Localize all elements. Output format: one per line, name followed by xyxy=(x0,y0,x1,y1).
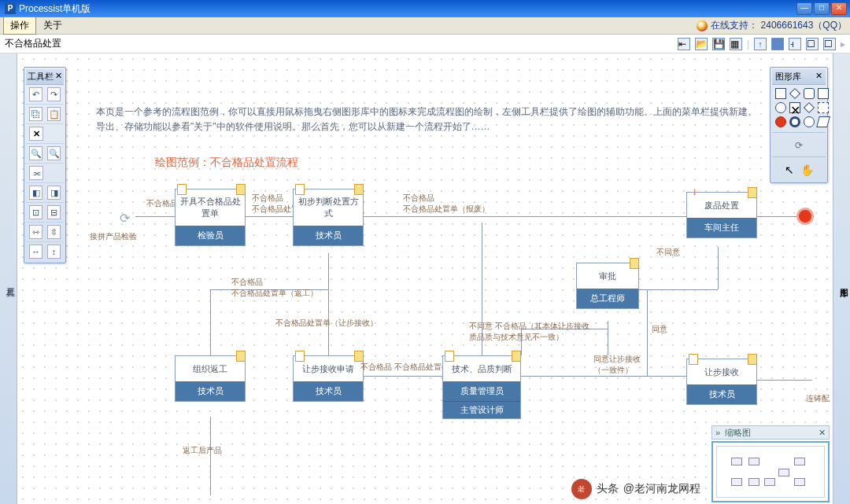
node-title: 组织返工 xyxy=(176,356,245,381)
alignl-icon[interactable]: ◧ xyxy=(29,186,42,200)
node-role-2: 主管设计师 xyxy=(443,401,520,418)
panel1-icon[interactable]: ☐ xyxy=(806,38,819,50)
window-title: Processist单机版 xyxy=(19,2,91,16)
edge-label-9: 同意 xyxy=(652,324,667,335)
pointer-icon[interactable]: ↖ xyxy=(785,164,794,176)
hand-icon[interactable]: ✋ xyxy=(800,164,814,176)
shape-cross-icon[interactable]: ✕ xyxy=(789,102,800,113)
align-icon[interactable]: ⫞ xyxy=(789,38,801,50)
app-icon: P xyxy=(5,3,16,14)
node-role: 车间主任 xyxy=(687,218,756,237)
node-role: 质量管理员 xyxy=(443,381,520,401)
zoomin-icon[interactable]: 🔍 xyxy=(29,146,42,160)
edge-label-4: 不合格品 不合格品处置单（返工） xyxy=(231,277,318,299)
shapelib-close-icon[interactable]: ✕ xyxy=(815,71,822,83)
minimize-button[interactable]: — xyxy=(796,2,812,15)
node-title: 技术、品质判断 xyxy=(443,356,520,381)
shape-text-icon[interactable] xyxy=(818,102,829,113)
tag-icon xyxy=(445,351,454,362)
import-icon[interactable]: ⇤ xyxy=(678,38,690,50)
tag-icon xyxy=(177,184,187,195)
node-scrap[interactable]: ↓ 废品处置 车间主任 xyxy=(686,192,757,238)
node-role: 技术员 xyxy=(294,381,363,401)
paste-icon[interactable]: 📋 xyxy=(47,107,61,121)
maximize-button[interactable]: □ xyxy=(814,2,830,15)
toolbox-close-icon[interactable]: ✕ xyxy=(55,71,62,83)
toolbox-panel[interactable]: 工具栏✕ ↶↷ ⿻📋 ✕ 🔍🔍 ⫘ ◧◨ ⊡⊟ ⇿⇳ ↔↕ xyxy=(24,67,66,263)
shapelib-panel[interactable]: 图形库✕ ✕ ⟳ ↖ ✋ xyxy=(770,67,828,183)
alignt-icon[interactable]: ⊡ xyxy=(29,205,42,219)
minimap-header[interactable]: » 缩略图 ✕ xyxy=(711,425,830,440)
open-icon[interactable]: 📂 xyxy=(695,38,708,50)
shape-rect2-icon[interactable] xyxy=(804,88,815,99)
link-shape-icon[interactable]: ⟳ xyxy=(795,140,803,151)
menu-operate[interactable]: 操作 xyxy=(3,17,36,35)
online-support-link[interactable]: 在线支持： 2406661643（QQ） xyxy=(697,19,847,32)
minimap[interactable] xyxy=(711,441,830,502)
node-tech-quality[interactable]: 技术、品质判断 质量管理员 主管设计师 xyxy=(442,355,521,419)
shape-diamond2-icon[interactable] xyxy=(804,102,815,113)
node-role: 技术员 xyxy=(176,381,245,401)
menu-about[interactable]: 关于 xyxy=(36,17,69,35)
edge-label-3: 不合格品 不合格品处置单（报废） xyxy=(403,193,490,215)
tag-icon xyxy=(748,354,757,365)
node-open-defect-form[interactable]: 开具不合格品处置单 检验员 xyxy=(175,189,246,246)
down-arrow-icon: ↓ xyxy=(692,185,703,196)
edge-label-8: 同意让步接收 （一致件） xyxy=(593,354,641,376)
delete-icon[interactable]: ✕ xyxy=(29,127,43,141)
tag-icon xyxy=(236,184,246,195)
sizeh-icon[interactable]: ↕ xyxy=(47,245,61,259)
shape-circle-icon[interactable] xyxy=(775,102,786,113)
left-tabs: 工具栏 流程信息 xyxy=(0,53,17,504)
shape-stop-icon[interactable] xyxy=(775,116,786,127)
tag-icon xyxy=(295,184,305,195)
edge-label-10: 不同意 xyxy=(656,247,680,258)
move-up-icon[interactable] xyxy=(754,38,767,50)
tag-icon xyxy=(295,351,305,362)
document-toolbar: 不合格品处置 ⇤ 📂 💾 ▦ | ⫞ ☐ ☐ ▸ xyxy=(0,35,850,53)
node-concession-accept[interactable]: 让步接收 技术员 xyxy=(686,359,757,405)
grid-icon[interactable]: ▦ xyxy=(730,38,742,50)
distv-icon[interactable]: ⇳ xyxy=(47,225,61,239)
intro-text: 本页是一个参考的流程图范例，你可以直接用鼠标拖曳右侧图形库中的图标来完成流程图的… xyxy=(96,105,763,134)
tag-icon xyxy=(689,354,698,365)
shape-doc-icon[interactable] xyxy=(818,88,829,99)
connect-icon[interactable]: ⫘ xyxy=(29,166,43,180)
undo-icon[interactable]: ↶ xyxy=(29,87,42,101)
node-approval[interactable]: 审批 总工程师 xyxy=(576,263,639,309)
redo-icon[interactable]: ↷ xyxy=(47,87,61,101)
end-node-icon[interactable] xyxy=(796,208,814,225)
node-role: 总工程师 xyxy=(577,289,638,308)
minimap-close-icon[interactable]: ✕ xyxy=(819,428,826,438)
shape-start-icon[interactable] xyxy=(789,116,800,127)
layer-icon[interactable] xyxy=(771,38,784,50)
disth-icon[interactable]: ⇿ xyxy=(29,225,42,239)
node-role: 技术员 xyxy=(687,384,756,404)
start-link-icon[interactable]: ⟳ xyxy=(120,211,137,222)
node-concession-apply[interactable]: 让步接收申请 技术员 xyxy=(293,355,364,402)
watermark-suffix: @老河南龙网程 xyxy=(623,482,700,496)
left-tab-toolbox[interactable]: 工具栏 xyxy=(5,278,17,285)
shape-conn-icon[interactable] xyxy=(804,116,815,127)
copy-icon[interactable]: ⿻ xyxy=(29,107,42,121)
close-button[interactable]: ✕ xyxy=(831,2,847,15)
node-title: 废品处置 xyxy=(687,193,756,218)
save-icon[interactable]: 💾 xyxy=(712,38,725,50)
tag-icon xyxy=(236,351,246,362)
alignb-icon[interactable]: ⊟ xyxy=(47,205,61,219)
support-label: 在线支持： xyxy=(711,19,758,32)
shape-rect-icon[interactable] xyxy=(775,88,786,99)
alignr-icon[interactable]: ◨ xyxy=(47,186,61,200)
zoomout-icon[interactable]: 🔍 xyxy=(47,146,61,160)
edge-label-1: 不合格品 xyxy=(146,198,178,209)
node-role: 技术员 xyxy=(294,226,363,245)
sizew-icon[interactable]: ↔ xyxy=(29,245,42,259)
shape-diamond-icon[interactable] xyxy=(789,88,800,99)
node-rework[interactable]: 组织返工 技术员 xyxy=(175,355,246,402)
chevron-icon[interactable]: » xyxy=(715,428,720,437)
watermark-prefix: 头条 xyxy=(597,482,619,496)
node-initial-judge[interactable]: 初步判断处置方式 技术员 xyxy=(293,189,364,246)
right-tabs: 图形库 xyxy=(833,53,850,504)
panel2-icon[interactable]: ☐ xyxy=(823,38,836,50)
support-id: 2406661643（QQ） xyxy=(761,19,847,32)
